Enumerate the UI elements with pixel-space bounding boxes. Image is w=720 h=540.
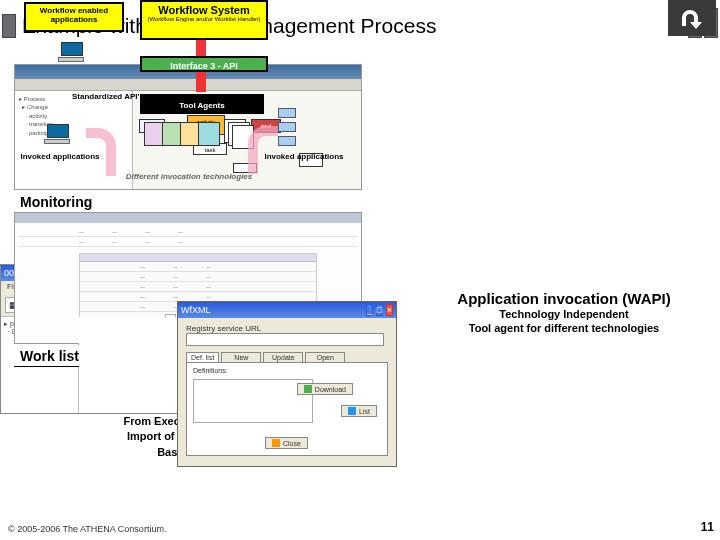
footer-copyright: © 2005-2006 The ATHENA Consortium. [8,524,166,534]
window-titlebar[interactable]: WfXML _ □ × [178,302,396,318]
server-icon [278,108,296,150]
window-title: WfXML [181,305,211,315]
url-label: Registry service URL [186,324,261,333]
arch-interface-bar: Interface 3 - API [140,56,268,72]
download-button[interactable]: Download [297,383,353,395]
list-button[interactable]: List [341,405,377,417]
download-icon [304,385,312,393]
definitions-list[interactable] [193,379,313,423]
page-number: 11 [701,520,714,534]
wapi-caption: Application invocation (WAPI) Technology… [424,290,704,336]
arch-box-wf-system: Workflow System (Workflow Engine and/or … [140,0,268,40]
definitions-label: Definitions: [193,367,228,374]
arch-label-std-api: Standardized API's [72,92,144,101]
red-arrow-icon [196,72,206,92]
tab-content: Definitions: Download List Close [186,362,388,456]
close-icon [272,439,280,447]
close-button[interactable]: × [386,304,393,316]
wfxml-dialog: WfXML _ □ × Registry service URL Def. li… [177,301,397,467]
maximize-button[interactable]: □ [376,304,383,316]
arch-box-wf-enabled: Workflow enabled applications [24,2,124,32]
computer-icon [58,42,86,64]
red-arrow-icon [196,40,206,56]
url-input[interactable] [186,333,384,346]
computer-icon [44,124,72,146]
arch-tool-agents: Tool Agents [140,94,264,114]
u-turn-icon [668,0,716,36]
list-icon [348,407,356,415]
close-dialog-button[interactable]: Close [265,437,308,449]
table-row: ———— [19,237,357,247]
minimize-button[interactable]: _ [366,304,373,316]
